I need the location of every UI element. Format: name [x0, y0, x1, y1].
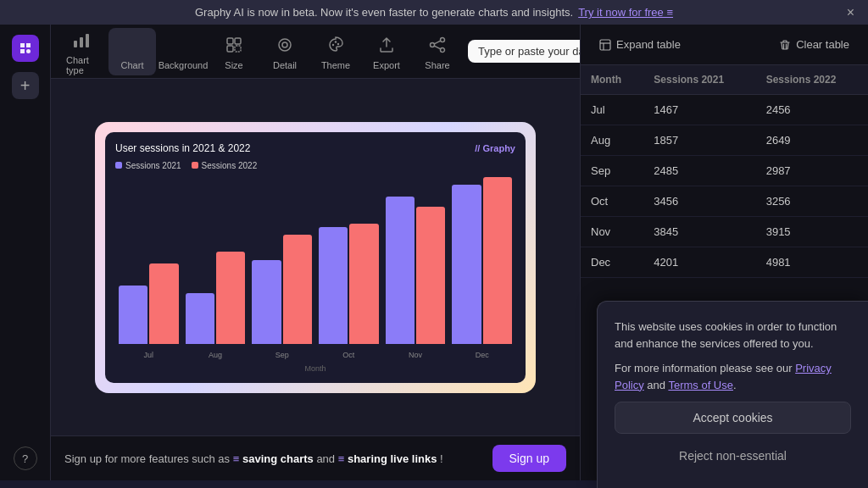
expand-table-icon	[599, 39, 611, 51]
bar-chart-wrapper: JulAugSepOctNovDec	[115, 177, 515, 363]
x-label: Jul	[115, 351, 182, 359]
table-row: Aug18572649	[581, 125, 868, 156]
svg-rect-5	[235, 38, 241, 44]
bar-2022	[149, 263, 178, 344]
cookie-more-info-text: For more information please see our	[615, 362, 793, 374]
banner-signup-text: Sign up for more features such as ≡ savi…	[64, 452, 443, 465]
banner-cta[interactable]: Try it now for free ≡	[578, 6, 673, 19]
table-cell: 1467	[643, 95, 755, 125]
svg-point-13	[441, 37, 445, 42]
banner-close[interactable]: ×	[847, 5, 854, 20]
legend-dot-2021	[115, 162, 122, 169]
toolbar-item-theme[interactable]: Theme	[312, 28, 359, 75]
table-cell: 2987	[756, 156, 868, 186]
clear-table-button[interactable]: Clear table	[772, 35, 856, 54]
bar-2022	[416, 207, 445, 344]
toolbar-label-share: Share	[425, 60, 449, 70]
svg-point-9	[282, 42, 287, 47]
table-cell: 4201	[643, 247, 755, 278]
add-button[interactable]: +	[12, 72, 39, 99]
reject-cookies-button[interactable]: Reject non-essential	[615, 441, 851, 471]
chart-area: User sessions in 2021 & 2022 // Graphy S…	[51, 79, 580, 435]
expand-table-button[interactable]: Expand table	[593, 35, 687, 54]
svg-rect-6	[227, 46, 233, 52]
legend-label-2022: Sessions 2022	[202, 161, 258, 170]
bar-group	[119, 177, 179, 344]
svg-point-15	[441, 47, 445, 52]
expand-table-label: Expand table	[616, 38, 681, 51]
banner-text: Graphy AI is now in beta. Now it's even …	[195, 6, 573, 19]
toolbar-label-chart: Chart	[121, 60, 144, 70]
plus-icon: +	[20, 76, 31, 96]
bar-group	[252, 177, 312, 344]
svg-rect-2	[80, 37, 83, 47]
table-row: Oct34563256	[581, 186, 868, 217]
table-cell: 2485	[643, 156, 755, 186]
col-sessions-2021: Sessions 2021	[643, 65, 755, 95]
toolbar-item-chart-type[interactable]: Chart type	[58, 25, 105, 80]
signup-button[interactable]: Sign up	[492, 445, 566, 472]
saving-icon: ≡	[233, 452, 242, 465]
toolbar-item-export[interactable]: Export	[363, 28, 410, 75]
panel-header: Expand table Clear table	[581, 25, 868, 65]
bar-2021	[319, 227, 348, 344]
table-row: Dec42014981	[581, 247, 868, 278]
toolbar-label-detail: Detail	[273, 60, 297, 70]
toolbar-item-chart[interactable]: Chart	[108, 28, 156, 75]
toolbar-item-background[interactable]: Background	[159, 28, 207, 75]
toolbar-item-size[interactable]: Size	[210, 28, 258, 75]
accept-cookies-button[interactable]: Accept cookies	[615, 402, 851, 434]
signup-text-before: Sign up for more features such as	[64, 452, 230, 465]
svg-point-8	[279, 39, 291, 51]
bar-group	[386, 177, 446, 344]
chart-icon	[120, 33, 144, 57]
chart-header: User sessions in 2021 & 2022 // Graphy	[115, 142, 515, 154]
toolbar-item-detail[interactable]: Detail	[261, 28, 309, 75]
table-cell: Jul	[581, 95, 643, 125]
table-body: Jul14672456Aug18572649Sep24852987Oct3456…	[581, 95, 868, 278]
legend-dot-2022	[192, 162, 198, 169]
cookie-more-info: For more information please see our Priv…	[615, 360, 851, 393]
table-cell: Aug	[581, 125, 643, 156]
chart-container: User sessions in 2021 & 2022 // Graphy S…	[95, 122, 536, 393]
svg-rect-4	[227, 38, 233, 44]
share-icon	[426, 33, 449, 57]
svg-point-12	[337, 42, 339, 44]
table-cell: Dec	[581, 247, 643, 278]
cookie-overlay: This website uses cookies in order to fu…	[597, 301, 868, 488]
bar-group	[319, 177, 379, 344]
toolbar-label-export: Export	[373, 60, 400, 70]
help-button[interactable]: ?	[14, 446, 37, 470]
terms-link[interactable]: Terms of Use	[668, 379, 733, 391]
export-icon	[375, 33, 398, 57]
bar-2022	[483, 177, 512, 344]
data-tooltip: Type or paste your data	[468, 40, 580, 63]
bar-group	[186, 177, 246, 344]
bar-2022	[283, 235, 312, 343]
chart-inner: User sessions in 2021 & 2022 // Graphy S…	[105, 132, 526, 383]
table-cell: 2456	[756, 95, 868, 125]
bar-2021	[452, 185, 481, 343]
x-axis-labels: JulAugSepOctNovDec	[115, 351, 515, 359]
x-label: Aug	[182, 351, 249, 359]
cookie-and: and	[647, 379, 665, 391]
table-cell: Oct	[581, 186, 643, 217]
table-cell: 3845	[643, 217, 755, 247]
svg-rect-16	[600, 40, 610, 50]
graphy-logo: // Graphy	[475, 143, 515, 153]
x-label: Dec	[448, 351, 515, 359]
bar-chart	[115, 177, 515, 344]
background-icon	[171, 33, 195, 57]
detail-icon	[273, 33, 297, 57]
left-sidebar: + ?	[0, 25, 51, 480]
bar-2021	[252, 260, 281, 344]
bar-2021	[119, 286, 147, 344]
x-label: Sep	[248, 351, 315, 359]
center-area: Chart type Chart Background	[51, 25, 580, 480]
toolbar-item-share[interactable]: Share	[414, 28, 461, 75]
data-table: Month Sessions 2021 Sessions 2022 Jul146…	[581, 65, 868, 278]
bar-2022	[216, 252, 245, 343]
sharing-icon: ≡	[338, 452, 348, 465]
table-row: Nov38453915	[581, 217, 868, 247]
feature1-text: saving charts	[242, 452, 314, 465]
